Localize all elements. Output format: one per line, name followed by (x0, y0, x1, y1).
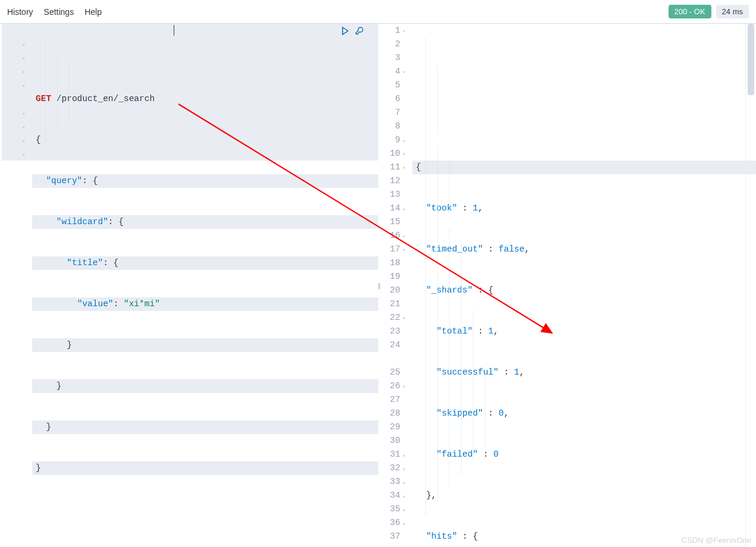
svg-marker-0 (343, 27, 348, 34)
request-pane: 1 2▾3▾4▾5▾6 7▴8▴9▴10▴ GET /product_en/_s… (0, 24, 378, 547)
scrollbar-thumb[interactable] (748, 24, 754, 95)
response-gutter: 1▾2 3 4▾5 6 7 8 9▴10▾11▾12 13 14▴15 16▾1… (380, 24, 412, 547)
response-code[interactable]: { "took" : 1, "timed_out" : false, "_sha… (412, 24, 756, 547)
status-badge: 200 - OK (669, 5, 711, 18)
cursor (174, 25, 174, 36)
time-badge: 24 ms (716, 5, 749, 18)
options-button[interactable] (352, 24, 366, 38)
request-code[interactable]: GET /product_en/_search { "query": { "wi… (32, 24, 378, 547)
menu-help[interactable]: Help (84, 7, 102, 17)
menu-settings[interactable]: Settings (44, 7, 74, 17)
action-buttons (338, 24, 366, 38)
response-pane: 1▾2 3 4▾5 6 7 8 9▴10▾11▾12 13 14▴15 16▾1… (380, 24, 756, 547)
response-editor[interactable]: 1▾2 3 4▾5 6 7 8 9▴10▾11▾12 13 14▴15 16▾1… (380, 24, 756, 547)
response-scrollbar[interactable] (745, 24, 756, 547)
play-icon (340, 26, 350, 36)
wrench-icon (355, 26, 364, 36)
menu-left: History Settings Help (7, 7, 102, 17)
menu-history[interactable]: History (7, 7, 33, 17)
request-editor[interactable]: 1 2▾3▾4▾5▾6 7▴8▴9▴10▴ GET /product_en/_s… (0, 24, 378, 547)
topbar: History Settings Help 200 - OK 24 ms (0, 0, 756, 24)
menu-right: 200 - OK 24 ms (669, 5, 749, 18)
watermark: CSDN @FeenixOne (682, 536, 751, 545)
run-button[interactable] (338, 24, 352, 38)
panes: 1 2▾3▾4▾5▾6 7▴8▴9▴10▴ GET /product_en/_s… (0, 24, 756, 547)
